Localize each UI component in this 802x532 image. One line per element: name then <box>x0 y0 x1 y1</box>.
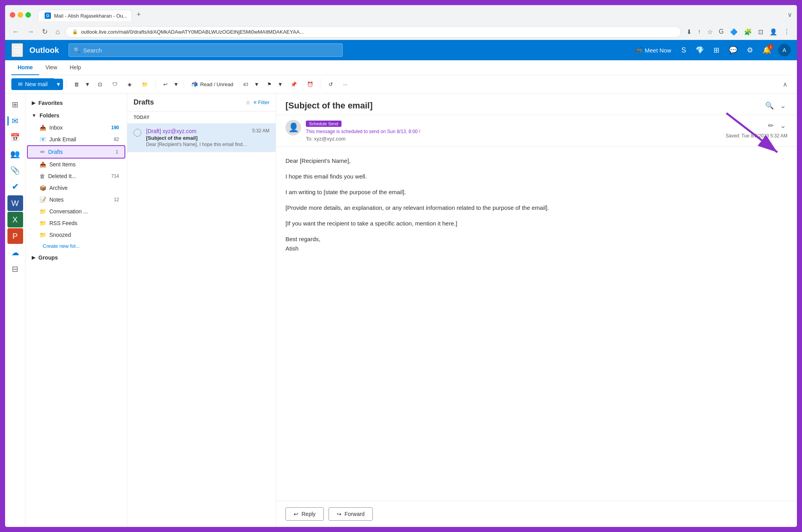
flag-button[interactable]: ⚑ <box>263 79 276 90</box>
expand-pane-button[interactable]: ⌄ <box>779 100 788 112</box>
sidebar-powerpoint-button[interactable]: P <box>7 228 23 244</box>
grammarly-button[interactable]: G <box>717 27 726 37</box>
undo-icon: ↺ <box>329 81 333 87</box>
sidebar-todo-button[interactable]: ✔ <box>7 179 23 195</box>
collapse-ribbon-button[interactable]: ∧ <box>780 79 791 90</box>
video-icon: 📹 <box>635 47 642 54</box>
minimize-window-button[interactable] <box>18 12 23 18</box>
delete-button[interactable]: 🗑 <box>70 79 83 90</box>
forward-button[interactable]: ↪ Forward <box>329 507 373 521</box>
address-bar[interactable]: 🔒 outlook.live.com/mail/0/drafts/id/AQMk… <box>65 26 681 38</box>
apps-button[interactable]: ⊞ <box>711 44 722 56</box>
new-tab-button[interactable]: + <box>133 8 145 21</box>
profile-button[interactable]: 👤 <box>767 27 780 37</box>
star-icon[interactable]: ☆ <box>246 99 251 106</box>
maximize-window-button[interactable] <box>25 12 31 18</box>
extension2-button[interactable]: 🧩 <box>742 27 754 37</box>
email-checkbox[interactable] <box>134 129 141 137</box>
sidebar-attachments-button[interactable]: 📎 <box>7 162 23 178</box>
snooze-button[interactable]: ⏰ <box>303 79 318 90</box>
sidebar-mail-button[interactable]: ✉ <box>7 113 23 129</box>
active-tab[interactable]: O Mail - Atish Rajasekharan - Ou... × <box>38 10 132 21</box>
more-options-button[interactable]: ··· <box>339 79 352 90</box>
sidebar-calendar-button[interactable]: 📅 <box>7 130 23 145</box>
folder-item-drafts[interactable]: ✏ Drafts 1 <box>27 145 125 159</box>
sidebar-people-button[interactable]: 👥 <box>7 146 23 162</box>
expand-meta-button[interactable]: ⌄ <box>779 120 788 132</box>
sidebar-excel-button[interactable]: X <box>7 212 23 227</box>
sent-icon: 📤 <box>40 161 46 168</box>
premium-button[interactable]: 💎 <box>693 44 706 56</box>
tab-help[interactable]: Help <box>63 60 87 75</box>
bookmark-button[interactable]: ☆ <box>705 27 715 37</box>
delete-dropdown[interactable]: ▼ <box>83 79 92 90</box>
folders-section[interactable]: ▼ Folders <box>25 109 127 122</box>
create-new-folder-link[interactable]: Create new fol... <box>25 241 127 251</box>
tag-button[interactable]: 🏷 <box>239 79 252 90</box>
close-window-button[interactable] <box>10 12 15 18</box>
tab-view[interactable]: View <box>39 60 63 75</box>
hamburger-menu-button[interactable]: ☰ <box>11 43 23 57</box>
filter-button[interactable]: ≡ Filter <box>254 99 269 105</box>
forward-button[interactable]: → <box>25 26 36 38</box>
folder-item-snoozed[interactable]: 📁 Snoozed <box>27 229 125 241</box>
edit-draft-button[interactable]: ✏ <box>766 120 775 132</box>
email-list-title: Drafts <box>134 98 239 106</box>
folder-item-sent[interactable]: 📤 Sent Items <box>27 159 125 170</box>
feedback-button[interactable]: 💬 <box>726 44 740 56</box>
share-button[interactable]: ↑ <box>695 27 703 37</box>
pin-button[interactable]: 📌 <box>286 79 301 90</box>
extension1-button[interactable]: 🔷 <box>728 27 740 37</box>
separator-2 <box>155 79 156 90</box>
reply-dropdown[interactable]: ▼ <box>172 79 181 90</box>
user-avatar[interactable]: A <box>778 44 791 56</box>
settings-button[interactable]: ⚙ <box>744 44 755 56</box>
read-unread-button[interactable]: 📬 Read / Unread <box>187 79 237 90</box>
undo-button[interactable]: ↺ <box>324 79 337 90</box>
reply-button[interactable]: ↩ Reply <box>285 507 324 521</box>
groups-section[interactable]: ▶ Groups <box>25 251 127 264</box>
sidebar-word-button[interactable]: W <box>7 195 23 211</box>
flag-dropdown[interactable]: ▼ <box>276 79 285 90</box>
tab-home[interactable]: Home <box>11 60 39 75</box>
sidebar-apps-button[interactable]: ⊞ <box>7 97 23 112</box>
folder-item-junk[interactable]: 📧 Junk Email 82 <box>27 133 125 145</box>
ribbon-actions: ✉ New mail ▼ 🗑 ▼ ⊡ 🛡 <box>11 75 791 93</box>
folder-item-inbox[interactable]: 📥 Inbox 190 <box>27 122 125 133</box>
email-list-item[interactable]: [Draft] xyz@xyz.com [Subject of the emai… <box>127 123 276 152</box>
sidebar-more-button[interactable]: ⊟ <box>7 261 23 277</box>
flag-group: ⚑ ▼ <box>263 79 285 90</box>
download-button[interactable]: ⬇ <box>684 27 694 37</box>
folders-chevron: ▼ <box>32 113 36 118</box>
report-button[interactable]: 🛡 <box>108 79 122 90</box>
home-button[interactable]: ⌂ <box>53 26 62 38</box>
folder-item-conversation[interactable]: 📁 Conversation ... <box>27 206 125 217</box>
sender-avatar: 👤 <box>285 120 301 135</box>
sweep-button[interactable]: ◈ <box>123 79 136 90</box>
sidebar-onedrive-button[interactable]: ☁ <box>7 245 23 260</box>
folder-item-rss[interactable]: 📁 RSS Feeds <box>27 217 125 229</box>
skype-button[interactable]: S <box>679 45 688 56</box>
folder-item-deleted[interactable]: 🗑 Deleted It... 714 <box>27 170 125 182</box>
folder-item-notes[interactable]: 📝 Notes 12 <box>27 194 125 206</box>
refresh-button[interactable]: ↻ <box>40 26 50 38</box>
groups-chevron: ▶ <box>32 255 35 260</box>
new-mail-dropdown[interactable]: ▼ <box>54 79 63 90</box>
tag-icon: 🏷 <box>243 81 248 87</box>
meet-now-button[interactable]: 📹 Meet Now <box>632 45 674 55</box>
folder-item-archive[interactable]: 📦 Archive <box>27 182 125 194</box>
tag-dropdown[interactable]: ▼ <box>252 79 261 90</box>
search-input[interactable] <box>83 47 338 54</box>
search-box[interactable]: 🔍 <box>69 43 343 57</box>
new-mail-button[interactable]: ✉ New mail <box>11 78 54 90</box>
more-button[interactable]: ⋮ <box>781 27 792 37</box>
move-button[interactable]: 📁 <box>137 79 152 90</box>
back-button[interactable]: ← <box>10 26 22 38</box>
reply-button[interactable]: ↩ <box>159 79 172 90</box>
zoom-button[interactable]: 🔍 <box>764 100 775 112</box>
notifications-button[interactable]: 🔔 1 <box>760 44 773 56</box>
favorites-section[interactable]: ▶ Favorites <box>25 97 127 109</box>
envelope-icon: ✉ <box>18 81 23 87</box>
split-button[interactable]: ⊡ <box>756 27 766 37</box>
archive-button[interactable]: ⊡ <box>94 79 107 90</box>
